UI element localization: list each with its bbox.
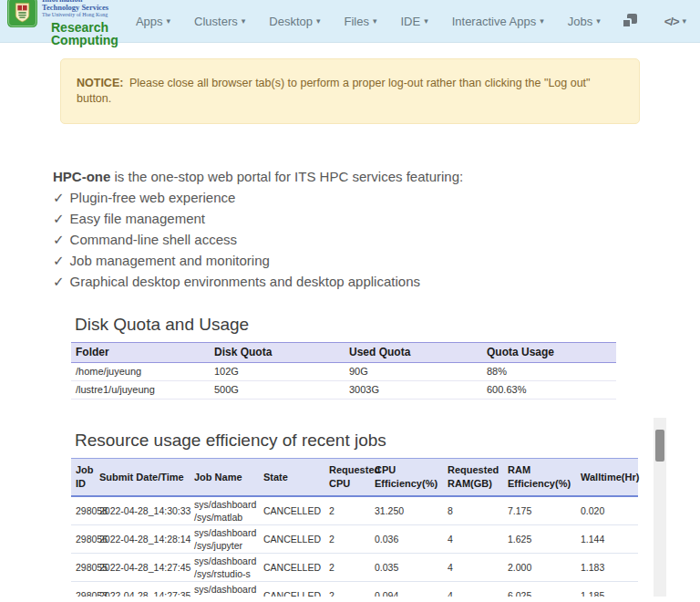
cell-state: CANCELLED xyxy=(259,582,324,597)
portal-name: HPC-one xyxy=(53,169,110,184)
nav-item-ide[interactable]: IDE ▾ xyxy=(388,15,439,28)
cell-req-ram: 8 xyxy=(443,496,503,525)
nav-item-files[interactable]: Files ▾ xyxy=(333,15,389,28)
feature-text: Job management and monitoring xyxy=(70,253,270,268)
job-name-line2: /sys/matlab xyxy=(194,511,254,524)
cell-usage: 600.63% xyxy=(482,381,616,400)
job-name-line2: /sys/rstudio-s xyxy=(194,567,254,580)
intro-heading: HPC-one is the one-stop web portal for I… xyxy=(53,166,647,187)
nav-item-label: Clusters xyxy=(194,15,238,28)
cell-cpu-eff: 31.250 xyxy=(370,496,443,525)
cell-submit: 2022-04-28_14:28:14 xyxy=(95,525,190,554)
cell-quota: 500G xyxy=(210,381,345,400)
cell-submit: 2022-04-28_14:27:45 xyxy=(95,554,190,582)
main-content: NOTICE: Please close all browser tab(s) … xyxy=(0,43,700,597)
cell-job-name: sys/dashboard /sys/matlab xyxy=(190,496,259,525)
cell-req-cpu: 2 xyxy=(324,582,370,597)
cell-job-name: sys/dashboard /sys/rstudio-s xyxy=(190,554,259,582)
cell-ram-eff: 1.625 xyxy=(503,525,576,554)
cell-job-id: 298053 xyxy=(71,582,95,597)
chevron-down-icon: ▾ xyxy=(540,16,544,26)
table-row: 298056 2022-04-28_14:28:14 sys/dashboard… xyxy=(71,525,638,554)
cell-ram-eff: 6.025 xyxy=(503,582,576,597)
nav-item-label: Files xyxy=(345,15,369,28)
intro-heading-rest: is the one-stop web portal for ITS HPC s… xyxy=(110,169,463,184)
intro-section: HPC-one is the one-stop web portal for I… xyxy=(53,166,647,292)
col-requested-cpu: Requested CPU xyxy=(324,459,370,497)
nav-item-desktop[interactable]: Desktop ▾ xyxy=(257,15,332,28)
cell-walltime: 1.183 xyxy=(576,554,638,582)
notice-text: Please close all browser tab(s) to perfo… xyxy=(77,77,591,105)
cell-ram-eff: 7.175 xyxy=(503,496,576,525)
cell-submit: 2022-04-28_14:30:33 xyxy=(95,496,190,525)
nav-icon-group: </> ▾ ? ▾ xyxy=(612,14,700,28)
table-row: 298055 2022-04-28_14:27:45 sys/dashboard… xyxy=(71,554,638,582)
cell-used: 3003G xyxy=(345,381,482,400)
nav-item-label: Desktop xyxy=(269,15,313,28)
col-disk-quota: Disk Quota xyxy=(210,343,345,363)
disk-quota-section: Disk Quota and Usage Folder Disk Quota U… xyxy=(71,315,616,400)
col-job-name: Job Name xyxy=(190,459,259,497)
col-job-id: Job ID xyxy=(71,459,95,497)
vertical-scrollbar[interactable] xyxy=(654,418,666,597)
develop-menu-button[interactable]: </> ▾ xyxy=(655,15,695,28)
top-navbar: Information Technology Services The Univ… xyxy=(0,0,700,43)
feature-list: ✓Plugin-free web experience ✓Easy file m… xyxy=(53,187,647,292)
nav-item-apps[interactable]: Apps ▾ xyxy=(124,15,182,28)
cell-usage: 88% xyxy=(482,363,616,381)
resource-usage-title: Resource usage efficiency of recent jobs xyxy=(75,431,666,451)
check-icon: ✓ xyxy=(53,190,65,205)
check-icon: ✓ xyxy=(53,274,65,289)
cell-req-cpu: 2 xyxy=(324,496,370,525)
col-ram-efficiency: RAM Efficiency(%) xyxy=(503,459,576,497)
col-submit-datetime: Submit Date/Time xyxy=(95,459,190,497)
cell-req-cpu: 2 xyxy=(324,525,370,554)
feature-text: Easy file management xyxy=(70,211,205,226)
cell-walltime: 1.144 xyxy=(576,525,638,554)
feature-item: ✓Easy file management xyxy=(53,208,647,229)
cell-cpu-eff: 0.035 xyxy=(370,554,443,582)
cell-ram-eff: 2.000 xyxy=(503,554,576,582)
cell-req-ram: 4 xyxy=(443,554,503,582)
cell-job-id: 298055 xyxy=(71,554,95,582)
cell-req-ram: 4 xyxy=(443,582,503,597)
table-row: 298053 2022-04-28_14:27:35 sys/dashboard… xyxy=(71,582,638,597)
col-walltime: Walltime(Hr) xyxy=(576,459,638,497)
chevron-down-icon: ▾ xyxy=(242,16,246,26)
brand-org-line1: Information Technology Services xyxy=(42,0,118,11)
interactive-sessions-button[interactable] xyxy=(612,14,646,28)
cell-job-name: sys/dashboard /sys/jupyter xyxy=(190,525,259,554)
cell-submit: 2022-04-28_14:27:35 xyxy=(95,582,190,597)
job-name-line2: /sys/jupyter xyxy=(194,539,254,552)
nav-item-label: Interactive Apps xyxy=(452,15,537,28)
feature-item: ✓Plugin-free web experience xyxy=(53,187,647,208)
cell-job-name: sys/dashboard /sys/... xyxy=(190,582,259,597)
disk-quota-table: Folder Disk Quota Used Quota Quota Usage… xyxy=(71,342,616,400)
feature-item: ✓Command-line shell access xyxy=(53,229,647,250)
table-row: /home/juyeung 102G 90G 88% xyxy=(71,363,616,381)
nav-item-clusters[interactable]: Clusters ▾ xyxy=(182,15,257,28)
table-header-row: Job ID Submit Date/Time Job Name State R… xyxy=(71,459,638,497)
notice-banner: NOTICE: Please close all browser tab(s) … xyxy=(60,58,640,124)
brand-text: Information Technology Services The Univ… xyxy=(42,0,118,47)
brand[interactable]: Information Technology Services The Univ… xyxy=(7,0,118,47)
nav-item-label: Apps xyxy=(136,15,163,28)
feature-item: ✓Job management and monitoring xyxy=(53,250,647,271)
feature-text: Plugin-free web experience xyxy=(70,190,236,205)
resource-usage-section: Resource usage efficiency of recent jobs… xyxy=(71,418,666,597)
scrollbar-thumb[interactable] xyxy=(655,430,664,462)
cell-used: 90G xyxy=(345,363,482,381)
cell-state: CANCELLED xyxy=(259,554,324,582)
code-icon: </> xyxy=(664,15,679,28)
table-header-row: Folder Disk Quota Used Quota Quota Usage xyxy=(71,343,616,363)
check-icon: ✓ xyxy=(53,253,65,268)
nav-item-interactive-apps[interactable]: Interactive Apps ▾ xyxy=(440,15,556,28)
cell-cpu-eff: 0.094 xyxy=(370,582,443,597)
cell-walltime: 0.020 xyxy=(576,496,638,525)
col-used-quota: Used Quota xyxy=(345,343,482,363)
check-icon: ✓ xyxy=(53,232,65,247)
nav-item-jobs[interactable]: Jobs ▾ xyxy=(556,15,612,28)
chevron-down-icon: ▾ xyxy=(683,16,687,26)
job-name-line1: sys/dashboard xyxy=(194,526,254,539)
col-quota-usage: Quota Usage xyxy=(482,343,616,363)
